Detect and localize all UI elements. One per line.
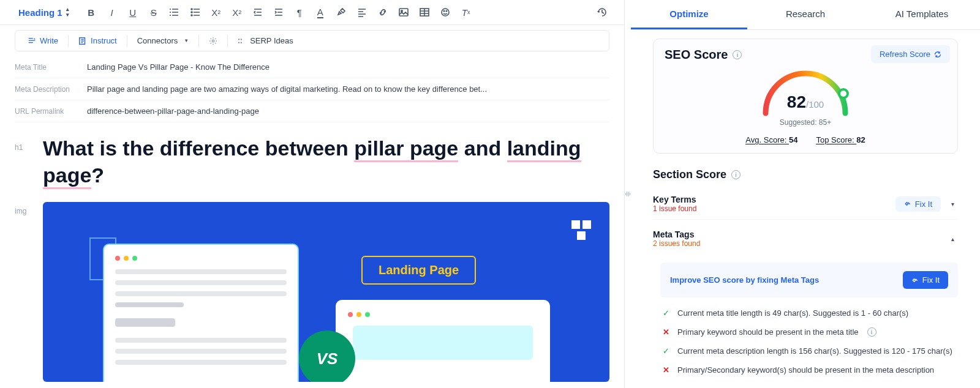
outdent-button[interactable]: [249, 4, 266, 21]
svg-point-4: [401, 10, 402, 12]
fixit-meta-tags-button[interactable]: Fix It: [903, 271, 948, 289]
meta-tags-checklist: ✓ Current meta title length is 49 char(s…: [660, 304, 958, 379]
top-score: Top Score: 82: [816, 135, 865, 144]
vs-badge: VS: [299, 330, 355, 382]
decor-line: [115, 349, 287, 354]
key-terms-sub: 1 issue found: [653, 204, 696, 213]
avg-score: Avg. Score: 54: [745, 135, 797, 144]
section-key-terms[interactable]: Key Terms 1 issue found Fix It ▾: [653, 188, 958, 220]
tab-optimize[interactable]: Optimize: [631, 0, 747, 29]
decor-line: [115, 302, 184, 307]
svg-rect-3: [399, 9, 408, 16]
page-title[interactable]: What is the difference between pillar pa…: [43, 135, 609, 188]
panel-resize-handle[interactable]: [625, 0, 631, 388]
meta-desc-value: Pillar page and landing page are two ama…: [87, 84, 487, 94]
superscript-button[interactable]: X2: [228, 4, 246, 21]
meta-url-value: difference-between-pillar-page-and-landi…: [87, 106, 259, 116]
svg-point-10: [212, 40, 214, 42]
tab-research[interactable]: Research: [747, 0, 864, 29]
heading-select-label: Heading 1: [18, 7, 62, 18]
svg-rect-11: [571, 220, 580, 229]
section-meta-tags[interactable]: Meta Tags 2 issues found ▴: [653, 223, 958, 254]
info-icon[interactable]: i: [731, 170, 741, 179]
gutter: h1 img: [15, 135, 43, 388]
decor-line: [115, 291, 287, 296]
content-main[interactable]: What is the difference between pillar pa…: [43, 135, 609, 388]
fixit-label: Fix It: [922, 275, 940, 285]
key-terms-title: Key Terms: [653, 195, 696, 204]
clear-format-button[interactable]: Tx: [458, 4, 475, 21]
settings-button[interactable]: [202, 34, 225, 48]
score-value: 82/100: [756, 92, 854, 112]
suggested-score: Suggested: 85+: [780, 118, 831, 127]
image-button[interactable]: [395, 4, 412, 21]
connectors-dropdown[interactable]: Connectors ▼: [130, 33, 196, 48]
write-label: Write: [40, 36, 58, 45]
tabs: Optimize Research AI Templates: [631, 0, 980, 30]
text-color-button[interactable]: A: [312, 4, 329, 21]
info-icon[interactable]: i: [733, 50, 742, 59]
write-button[interactable]: Write: [20, 33, 66, 48]
score-stats: Avg. Score: 54 Top Score: 82: [745, 135, 865, 144]
link-button[interactable]: [374, 4, 391, 21]
meta-url-row[interactable]: URL Permalink difference-between-pillar-…: [15, 100, 609, 122]
unordered-list-button[interactable]: [187, 4, 204, 21]
chevron-down-icon: ▼: [184, 38, 189, 43]
title-part: ?: [91, 163, 104, 187]
fixit-key-terms-button[interactable]: Fix It: [895, 196, 941, 212]
check-fail-icon: ✕: [660, 365, 671, 375]
chevron-down-icon[interactable]: ▾: [947, 201, 958, 207]
divider: [198, 35, 199, 47]
bold-button[interactable]: B: [83, 4, 100, 21]
gutter-h1: h1: [15, 143, 43, 152]
gauge: 82/100 Suggested: 85+ Avg. Score: 54 Top…: [665, 64, 946, 144]
check-ok-icon: ✓: [660, 346, 671, 356]
check-text: Current meta title length is 49 char(s).…: [677, 308, 908, 318]
decor-line: [115, 360, 287, 365]
chevron-up-icon[interactable]: ▴: [947, 236, 958, 242]
improve-text: Improve SEO score by fixing Meta Tags: [670, 275, 819, 285]
meta-title-value: Landing Page Vs Pillar Page - Know The D…: [87, 62, 270, 72]
connectors-label: Connectors: [137, 36, 178, 45]
seo-score-card: SEO Score i Refresh Score: [653, 39, 958, 154]
indent-button[interactable]: [270, 4, 287, 21]
brand-logo-icon: [571, 220, 591, 240]
svg-point-0: [191, 9, 192, 10]
score-heading-label: SEO Score: [665, 48, 728, 62]
tab-templates[interactable]: AI Templates: [864, 0, 980, 29]
score-num: 82: [787, 92, 806, 111]
info-icon[interactable]: i: [867, 327, 876, 337]
serp-ideas-label: SERP Ideas: [250, 36, 293, 45]
format-toolbar: Heading 1 ▴▾ B I U S X2 X2 ¶ A: [0, 0, 624, 25]
editor-panel: Heading 1 ▴▾ B I U S X2 X2 ¶ A: [0, 0, 625, 388]
svg-rect-13: [577, 231, 586, 240]
underline-button[interactable]: U: [124, 4, 141, 21]
decor-line: [115, 338, 287, 343]
heading-select[interactable]: Heading 1 ▴▾: [13, 4, 74, 20]
paragraph-button[interactable]: ¶: [291, 4, 308, 21]
instruct-button[interactable]: Instruct: [71, 33, 124, 48]
seo-panel: Optimize Research AI Templates SEO Score…: [631, 0, 980, 388]
title-part: and: [458, 136, 507, 160]
refresh-score-button[interactable]: Refresh Score: [871, 45, 950, 63]
strike-button[interactable]: S: [145, 4, 162, 21]
highlight-button[interactable]: [333, 4, 350, 21]
svg-point-6: [442, 9, 449, 16]
check-item: ✕ Primary keyword should be present in t…: [660, 323, 958, 341]
check-fail-icon: ✕: [660, 327, 671, 337]
svg-point-2: [191, 15, 192, 16]
table-button[interactable]: [416, 4, 433, 21]
align-button[interactable]: [353, 4, 371, 21]
emoji-button[interactable]: [437, 4, 454, 21]
ordered-list-button[interactable]: [166, 4, 183, 21]
check-text: Primary/Secondary keyword(s) should be p…: [677, 365, 934, 375]
meta-title-row[interactable]: Meta Title Landing Page Vs Pillar Page -…: [15, 56, 609, 78]
history-button[interactable]: [594, 4, 611, 21]
italic-button[interactable]: I: [104, 4, 121, 21]
section-score-heading: Section Score i: [653, 168, 958, 181]
meta-desc-row[interactable]: Meta Description Pillar page and landing…: [15, 78, 609, 100]
hero-image[interactable]: Landing Page VS: [43, 202, 609, 382]
serp-ideas-button[interactable]: SERP Ideas: [230, 33, 301, 48]
subscript-button[interactable]: X2: [208, 4, 225, 21]
svg-point-8: [446, 10, 447, 12]
